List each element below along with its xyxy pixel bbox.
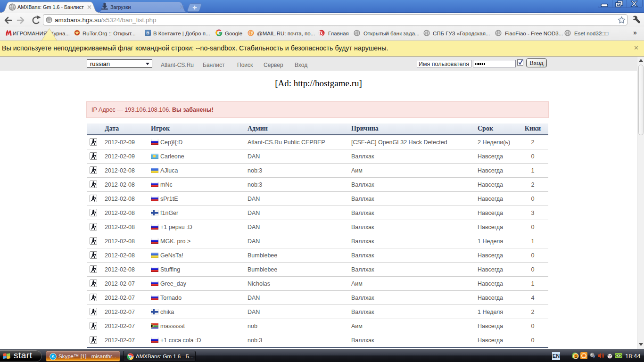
svg-text:1: 1 <box>575 354 577 359</box>
svg-text:В: В <box>146 31 149 35</box>
svg-text:@: @ <box>248 30 253 35</box>
svg-text:S: S <box>51 354 54 359</box>
